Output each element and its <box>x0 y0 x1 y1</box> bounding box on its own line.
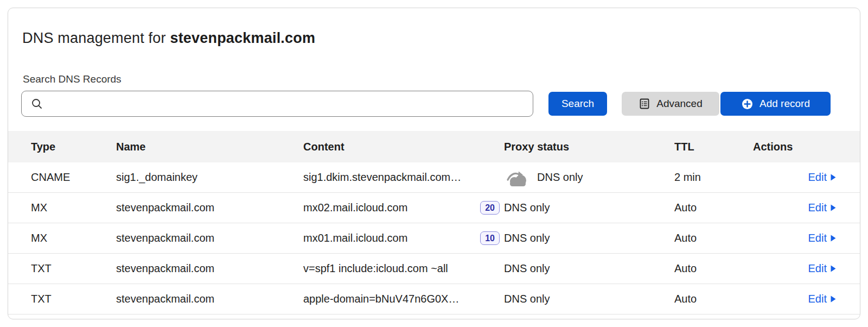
record-name: sig1._domainkey <box>116 171 303 184</box>
proxy-status-text: DNS only <box>504 262 550 275</box>
record-ttl: Auto <box>674 202 753 214</box>
record-content: mx02.mail.icloud.com 20 <box>303 201 504 215</box>
search-input[interactable] <box>43 91 533 116</box>
search-button[interactable]: Search <box>548 92 607 116</box>
record-name: stevenpackmail.com <box>116 232 303 244</box>
header-type: Type <box>31 141 116 153</box>
edit-link-label: Edit <box>808 262 827 275</box>
record-actions: Edit <box>753 262 860 275</box>
record-type: TXT <box>31 293 116 305</box>
record-proxy-status: DNS only <box>504 168 674 186</box>
record-proxy-status: DNS only <box>504 232 674 244</box>
edit-link-label: Edit <box>808 293 827 305</box>
advanced-button[interactable]: Advanced <box>622 92 719 116</box>
chevron-right-icon <box>831 265 836 272</box>
record-type: CNAME <box>31 171 116 184</box>
edit-link[interactable]: Edit <box>808 262 836 275</box>
record-type: TXT <box>31 262 116 275</box>
gray-cloud-arrow-icon <box>504 168 529 186</box>
record-proxy-status: DNS only <box>504 262 674 275</box>
edit-link-label: Edit <box>808 202 827 214</box>
edit-link-label: Edit <box>808 232 827 244</box>
record-actions: Edit <box>753 202 860 214</box>
record-actions: Edit <box>753 232 860 244</box>
search-icon <box>31 98 43 110</box>
edit-link[interactable]: Edit <box>808 293 836 305</box>
chevron-right-icon <box>831 204 836 211</box>
plus-circle-icon <box>741 98 754 110</box>
table-row: CNAME sig1._domainkey sig1.dkim.stevenpa… <box>8 162 860 193</box>
priority-badge: 10 <box>480 231 500 245</box>
search-box <box>21 91 533 117</box>
edit-link-label: Edit <box>808 171 827 184</box>
record-name: stevenpackmail.com <box>116 293 303 305</box>
table-row: MX stevenpackmail.com mx02.mail.icloud.c… <box>8 193 860 223</box>
proxy-status-text: DNS only <box>504 293 550 305</box>
table-row: TXT stevenpackmail.com apple-domain=bNuV… <box>8 284 860 315</box>
add-record-button[interactable]: Add record <box>720 92 831 116</box>
record-actions: Edit <box>753 293 860 305</box>
add-record-button-label: Add record <box>760 98 810 110</box>
record-content: apple-domain=bNuV47n6G0X… <box>303 293 504 305</box>
record-content: v=spf1 include:icloud.com ~all <box>303 262 504 275</box>
priority-badge: 20 <box>480 201 500 215</box>
search-button-label: Search <box>561 98 594 110</box>
proxy-status-text: DNS only <box>537 171 583 184</box>
record-actions: Edit <box>753 171 860 184</box>
proxy-status-text: DNS only <box>504 232 550 244</box>
record-ttl: Auto <box>674 262 753 275</box>
page-title: DNS management for stevenpackmail.com <box>22 30 315 47</box>
record-proxy-status: DNS only <box>504 202 674 214</box>
header-content: Content <box>303 141 504 153</box>
record-type: MX <box>31 202 116 214</box>
record-proxy-status: DNS only <box>504 293 674 305</box>
header-proxy-status: Proxy status <box>504 141 674 153</box>
record-content-text: mx02.mail.icloud.com <box>303 202 407 214</box>
dns-management-panel: DNS management for stevenpackmail.com Se… <box>8 8 860 319</box>
edit-link[interactable]: Edit <box>808 202 836 214</box>
chevron-right-icon <box>831 174 836 181</box>
table-header-row: Type Name Content Proxy status TTL Actio… <box>8 131 860 162</box>
record-content-text: mx01.mail.icloud.com <box>303 232 407 244</box>
list-document-icon <box>639 98 650 110</box>
page-title-domain: stevenpackmail.com <box>170 30 315 46</box>
search-label: Search DNS Records <box>23 73 122 85</box>
dns-records-table: Type Name Content Proxy status TTL Actio… <box>8 131 860 315</box>
record-ttl: 2 min <box>674 171 753 184</box>
record-name: stevenpackmail.com <box>116 262 303 275</box>
record-ttl: Auto <box>674 293 753 305</box>
table-row: TXT stevenpackmail.com v=spf1 include:ic… <box>8 254 860 284</box>
chevron-right-icon <box>831 235 836 242</box>
edit-link[interactable]: Edit <box>808 232 836 244</box>
header-name: Name <box>116 141 303 153</box>
advanced-button-label: Advanced <box>656 98 703 110</box>
record-content: sig1.dkim.stevenpackmail.com… <box>303 171 504 184</box>
page-title-prefix: DNS management for <box>22 30 170 46</box>
chevron-right-icon <box>831 295 836 303</box>
record-type: MX <box>31 232 116 244</box>
header-actions: Actions <box>753 141 860 153</box>
proxy-status-text: DNS only <box>504 202 550 214</box>
header-ttl: TTL <box>674 141 753 153</box>
record-name: stevenpackmail.com <box>116 202 303 214</box>
record-content-text: v=spf1 include:icloud.com ~all <box>303 262 448 275</box>
record-content-text: sig1.dkim.stevenpackmail.com… <box>303 171 461 184</box>
edit-link[interactable]: Edit <box>808 171 836 184</box>
table-body: CNAME sig1._domainkey sig1.dkim.stevenpa… <box>8 162 860 315</box>
record-ttl: Auto <box>674 232 753 244</box>
record-content-text: apple-domain=bNuV47n6G0X… <box>303 293 459 305</box>
table-row: MX stevenpackmail.com mx01.mail.icloud.c… <box>8 223 860 254</box>
record-content: mx01.mail.icloud.com 10 <box>303 231 504 245</box>
